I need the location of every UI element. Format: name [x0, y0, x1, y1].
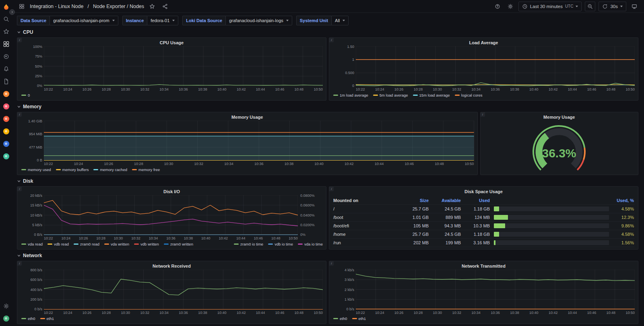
app-synthetics-icon[interactable] — [2, 140, 10, 147]
column-header[interactable]: Used, % — [611, 198, 634, 203]
legend-item[interactable]: vda written — [104, 242, 129, 246]
kiosk-monitor-icon[interactable] — [630, 2, 639, 11]
app-k6-icon[interactable] — [2, 153, 10, 160]
panel-info-icon[interactable]: i — [17, 112, 22, 117]
size-cell: 202 MB — [400, 240, 429, 245]
legend-item[interactable]: 0 — [21, 93, 30, 97]
explore-compass-icon[interactable] — [2, 53, 10, 60]
filter-value-dropdown[interactable]: All — [331, 16, 349, 25]
panel-info-icon[interactable]: i — [329, 261, 334, 266]
legend-item[interactable]: vdb written — [134, 242, 159, 246]
time-range-picker[interactable]: Last 30 minutes UTC — [518, 2, 582, 11]
usage-bar-cell — [490, 206, 611, 211]
legend-item[interactable]: zram0 read — [74, 242, 99, 246]
logs-document-icon[interactable] — [2, 78, 10, 85]
legend-item[interactable]: vda io time — [298, 242, 323, 246]
legend-item[interactable]: 15m load average — [413, 93, 450, 97]
legend-item[interactable]: eth0 — [21, 316, 35, 321]
app-performance-icon[interactable] — [2, 128, 10, 135]
breadcrumb-root[interactable]: Integration - Linux Node — [30, 4, 83, 9]
legend-item[interactable]: vdb read — [47, 242, 69, 246]
section-header-network[interactable]: Network — [17, 252, 638, 259]
legend-label: eth1 — [47, 316, 54, 321]
legend-item[interactable]: vda read — [21, 242, 43, 246]
plot-area[interactable] — [44, 46, 323, 86]
available-cell: 94.3 MB — [429, 223, 461, 228]
dashboards-icon[interactable] — [2, 40, 10, 47]
search-icon[interactable] — [2, 15, 10, 23]
axis-tick: 10:34 — [149, 236, 158, 241]
panel-info-icon[interactable]: i — [481, 112, 485, 117]
panel-title[interactable]: Memory Usage — [484, 114, 635, 121]
refresh-interval-picker[interactable]: 30s — [599, 2, 626, 11]
panel-title[interactable]: Disk I/O — [21, 188, 323, 195]
panel-info-icon[interactable]: i — [329, 38, 334, 42]
legend-item[interactable]: memory cached — [93, 167, 127, 172]
axis-tick: 10:46 — [275, 311, 285, 315]
plot-area[interactable] — [356, 46, 635, 86]
axis-tick: 50% — [35, 64, 42, 68]
legend-item[interactable]: memory used — [21, 167, 51, 172]
legend-item[interactable]: zram0 written — [164, 242, 193, 246]
section-header-cpu[interactable]: CPU — [17, 29, 638, 35]
axis-tick: 10:30 — [121, 87, 130, 92]
axis-tick: 10:36 — [179, 311, 188, 315]
legend-item[interactable]: 1m load average — [333, 93, 368, 97]
alerting-bell-icon[interactable] — [2, 65, 10, 72]
sidebar-expand-button[interactable] — [9, 9, 15, 15]
panel-info-icon[interactable]: i — [17, 261, 22, 266]
section-header-disk[interactable]: Disk — [17, 177, 638, 184]
column-header[interactable]: Mounted on — [333, 198, 400, 203]
legend-item[interactable]: eth1 — [352, 316, 366, 321]
panel-info-icon[interactable]: i — [17, 187, 22, 191]
legend-item[interactable]: eth0 — [333, 316, 347, 321]
panel-title[interactable]: Load Average — [332, 39, 635, 46]
grafana-logo[interactable] — [2, 3, 10, 10]
breadcrumb-page[interactable]: Node Exporter / Nodes — [93, 4, 144, 9]
zoom-out-button[interactable] — [585, 2, 595, 11]
app-oncall-icon[interactable] — [2, 90, 10, 97]
plot-area[interactable] — [44, 121, 474, 161]
filter-value-dropdown[interactable]: grafanacloud-ishanjain-prom — [50, 16, 118, 25]
legend-swatch — [56, 169, 61, 170]
assistant-icon[interactable] — [2, 315, 10, 322]
legend-item[interactable]: memory free — [132, 167, 160, 172]
plot-area[interactable] — [356, 270, 635, 309]
panel-title[interactable]: Disk Space Usage — [332, 188, 635, 195]
share-icon[interactable] — [160, 2, 170, 11]
plot-area[interactable] — [44, 195, 298, 235]
caret-down-icon — [112, 20, 115, 21]
app-incident-icon[interactable] — [2, 103, 10, 110]
legend-item[interactable]: zram0 io time — [234, 242, 263, 246]
column-header[interactable]: Available — [429, 198, 461, 203]
y-axis-right: 0.0800%0.0600%0.0400%0.0200%0% — [299, 194, 323, 237]
filter-value-dropdown[interactable]: fedora-01 — [147, 16, 178, 25]
favorites-star-icon[interactable] — [2, 28, 10, 35]
legend-item[interactable]: vdb io time — [268, 242, 293, 246]
column-header[interactable]: Used — [461, 198, 490, 203]
dashboard-grid-icon[interactable] — [17, 2, 27, 11]
legend-item[interactable]: logical cores — [455, 93, 483, 97]
admin-gear-icon[interactable] — [2, 302, 10, 309]
panel-info-icon[interactable]: i — [17, 38, 22, 42]
section-header-memory[interactable]: Memory — [17, 103, 638, 110]
favorite-star-icon[interactable] — [147, 2, 157, 11]
legend-item[interactable]: eth1 — [40, 316, 54, 321]
dashboard-settings-gear-icon[interactable] — [506, 2, 515, 11]
axis-tick: 0.0200% — [300, 223, 315, 227]
panel-title[interactable]: Network Transmitted — [332, 263, 635, 270]
help-icon[interactable] — [493, 2, 502, 11]
filter-value-dropdown[interactable]: grafanacloud-ishanjain-logs — [225, 16, 292, 25]
app-ml-icon[interactable] — [2, 115, 10, 122]
legend-item[interactable]: memory buffers — [56, 167, 89, 172]
plot-area[interactable] — [44, 270, 323, 309]
size-cell: 105 MB — [400, 223, 429, 228]
panel-title[interactable]: CPU Usage — [21, 39, 323, 46]
section-title: Network — [23, 253, 42, 258]
legend-item[interactable]: 5m load average — [373, 93, 408, 97]
panel-title[interactable]: Memory Usage — [21, 114, 474, 121]
column-header[interactable]: Size — [400, 198, 429, 203]
axis-tick: 10:22 — [356, 311, 365, 315]
panel-info-icon[interactable]: i — [329, 187, 334, 191]
panel-title[interactable]: Network Received — [21, 263, 323, 270]
